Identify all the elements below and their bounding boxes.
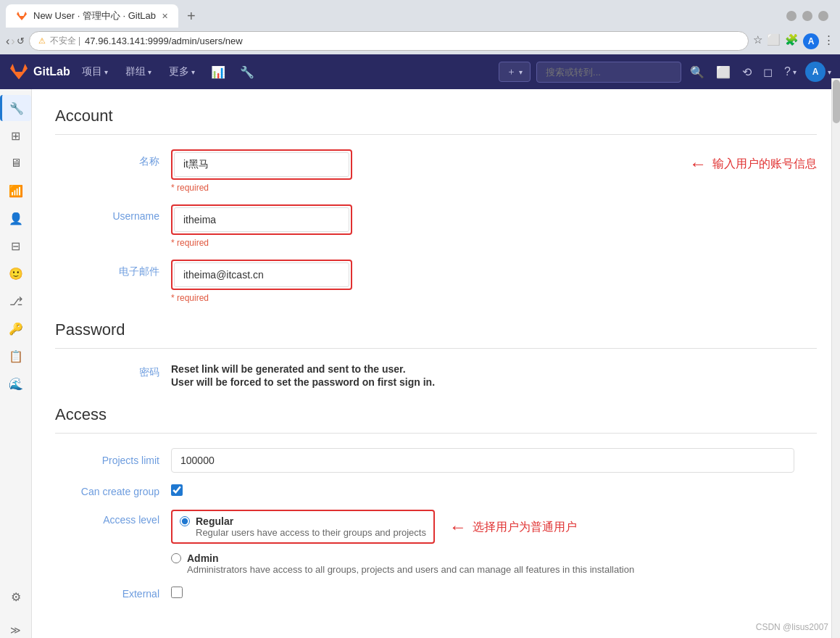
menu-icon[interactable]: ⋮ (823, 33, 834, 49)
maximize-button[interactable] (802, 11, 812, 21)
gitlab-navbar: GitLab 项目 ▾ 群组 ▾ 更多 ▾ 📊 🔧 ＋ ▾ 🔍 ⬜ ⟲ ◻ ? … (0, 54, 840, 89)
url-text: 47.96.143.141:9999/admin/users/new (85, 36, 243, 46)
nav-plus-dropdown[interactable]: ＋ ▾ (499, 62, 531, 82)
security-icon: ⚠ (38, 36, 46, 46)
forward-button[interactable]: › (11, 35, 14, 48)
username-required: * required (171, 238, 817, 248)
nav-groups[interactable]: 群组 ▾ (120, 62, 157, 81)
nav-issues-icon[interactable]: ◻ (760, 62, 775, 82)
gitlab-favicon (16, 10, 28, 22)
bookmark-icon[interactable]: ☆ (753, 33, 762, 49)
gitlab-logo-icon (9, 62, 29, 82)
external-label: External (55, 588, 171, 600)
username-input[interactable] (174, 207, 349, 232)
sidebar-item-clipboard[interactable]: 📋 (3, 343, 29, 369)
plus-chevron: ▾ (519, 68, 523, 76)
nav-more-label: 更多 (169, 65, 189, 78)
left-sidebar: 🔧 ⊞ 🖥 📶 👤 ⊟ 🙂 ⎇ 🔑 📋 🌊 ⚙ ≫ (0, 89, 32, 638)
security-text: 不安全 | (50, 35, 80, 47)
nav-projects[interactable]: 项目 ▾ (76, 62, 114, 81)
sidebar-item-wifi[interactable]: 📶 (3, 178, 29, 204)
password-line1: Reset link will be generated and sent to… (171, 363, 817, 375)
name-label: 名称 (55, 149, 171, 168)
search-input[interactable] (536, 62, 681, 83)
sidebar-item-git[interactable]: ⎇ (3, 288, 29, 314)
tab-title: New User · 管理中心 · GitLab (33, 9, 156, 22)
browser-window: New User · 管理中心 · GitLab ✕ + ‹ › ↺ ⚠ 不安全… (0, 0, 840, 54)
nav-projects-label: 项目 (82, 65, 102, 78)
external-checkbox[interactable] (171, 587, 183, 598)
nav-projects-chevron: ▾ (104, 68, 108, 76)
admin-label: Admin (187, 552, 219, 564)
extensions-puzzle-icon[interactable]: 🧩 (785, 33, 799, 49)
browser-tab-active[interactable]: New User · 管理中心 · GitLab ✕ (6, 4, 178, 28)
new-tab-button[interactable]: + (181, 7, 201, 26)
profile-icon[interactable]: A (803, 33, 819, 49)
account-section: Account 名称 * required ← 输入用户的账号信息 Use (55, 107, 817, 303)
extension-icon[interactable]: ⬜ (767, 33, 781, 49)
sidebar-item-settings[interactable]: ⚙ (3, 584, 29, 610)
nav-groups-label: 群组 (125, 65, 146, 78)
main-content: Account 名称 * required ← 输入用户的账号信息 Use (32, 89, 840, 638)
gitlab-label: GitLab (33, 65, 70, 78)
sidebar-item-collapse[interactable]: ≫ (3, 617, 29, 638)
sidebar-item-wave[interactable]: 🌊 (3, 370, 29, 397)
projects-limit-input[interactable] (171, 448, 794, 473)
nav-avatar-dropdown[interactable]: A ▾ (805, 62, 831, 82)
password-line2: User will be forced to set the password … (171, 376, 817, 388)
scrollbar[interactable] (831, 78, 840, 638)
sidebar-item-apps[interactable]: ⊟ (3, 233, 29, 259)
nav-help-dropdown[interactable]: ? ▾ (781, 62, 799, 81)
access-level-label: Access level (55, 510, 171, 526)
access-annotation: ← 选择用户为普通用户 (449, 517, 577, 537)
username-field-container: * required (171, 204, 817, 248)
sidebar-item-emoji[interactable]: 🙂 (3, 260, 29, 286)
password-info: Reset link will be generated and sent to… (171, 363, 817, 388)
avatar-chevron: ▾ (828, 68, 831, 76)
user-avatar: A (805, 62, 826, 82)
username-label: Username (55, 204, 171, 222)
regular-label: Regular (196, 515, 233, 527)
name-field-container: * required (171, 149, 646, 193)
email-label: 电子邮件 (55, 260, 171, 278)
sidebar-item-monitor[interactable]: 🖥 (3, 150, 29, 176)
close-button[interactable] (818, 11, 828, 21)
account-annotation: ← 输入用户的账号信息 (689, 154, 817, 174)
nav-more-chevron: ▾ (191, 68, 195, 76)
nav-chart-icon[interactable]: 📊 (207, 62, 230, 82)
access-title: Access (55, 405, 817, 434)
help-icon: ? (784, 65, 791, 78)
sidebar-item-wrench[interactable]: 🔧 (0, 95, 31, 121)
sidebar-item-users[interactable]: 👤 (3, 205, 29, 231)
nav-wrench-icon[interactable]: 🔧 (236, 62, 259, 82)
sidebar-item-key[interactable]: 🔑 (3, 315, 29, 341)
tab-close-icon[interactable]: ✕ (162, 12, 168, 21)
access-annotation-text: 选择用户为普通用户 (473, 520, 577, 535)
password-label: 密码 (55, 363, 171, 379)
refresh-button[interactable]: ↺ (17, 35, 25, 48)
account-annotation-text: 输入用户的账号信息 (712, 157, 817, 172)
can-create-group-checkbox[interactable] (171, 484, 183, 496)
minimize-button[interactable] (786, 11, 797, 21)
regular-radio[interactable] (180, 516, 190, 526)
name-required: * required (171, 183, 646, 193)
access-section: Access Projects limit Can create group A… (55, 405, 817, 600)
email-field-container: * required (171, 260, 817, 303)
email-input[interactable] (174, 262, 349, 287)
nav-sidebar-icon[interactable]: ⬜ (713, 62, 733, 82)
plus-icon: ＋ (507, 65, 516, 78)
name-input[interactable] (174, 152, 349, 177)
back-button[interactable]: ‹ (6, 35, 9, 48)
regular-desc: Regular users have access to their group… (196, 527, 426, 538)
sidebar-item-grid[interactable]: ⊞ (3, 123, 29, 149)
help-chevron: ▾ (793, 68, 797, 76)
gitlab-logo[interactable]: GitLab (9, 62, 70, 82)
password-title: Password (55, 320, 817, 349)
nav-history-icon[interactable]: ⟲ (739, 62, 754, 82)
search-icon[interactable]: 🔍 (687, 62, 707, 82)
admin-radio[interactable] (171, 553, 181, 563)
address-bar[interactable]: ⚠ 不安全 | 47.96.143.141:9999/admin/users/n… (29, 31, 749, 51)
projects-limit-label: Projects limit (55, 455, 171, 466)
nav-more[interactable]: 更多 ▾ (163, 62, 201, 81)
account-title: Account (55, 107, 817, 135)
